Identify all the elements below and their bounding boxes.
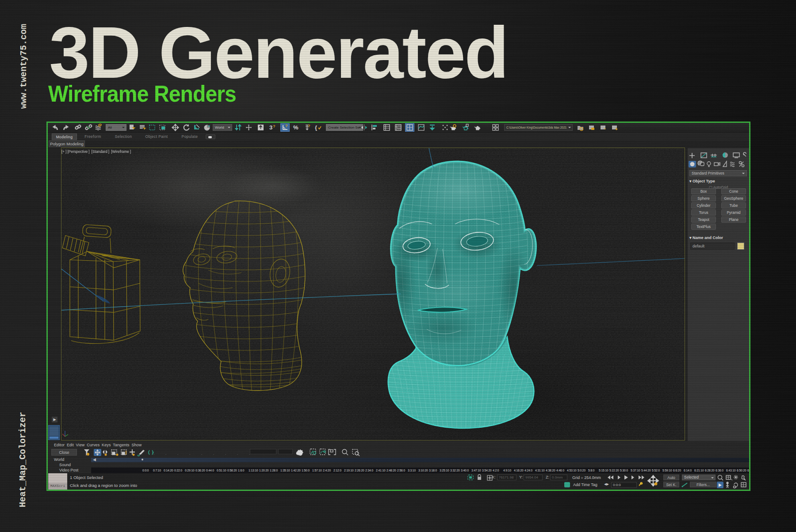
svg-text:{: { (315, 124, 317, 131)
svg-text:%: % (293, 124, 298, 131)
svg-text:3: 3 (269, 124, 272, 131)
svg-text:?: ? (285, 124, 288, 128)
svg-text:?: ? (273, 124, 276, 129)
svg-text:?: ? (308, 124, 310, 128)
